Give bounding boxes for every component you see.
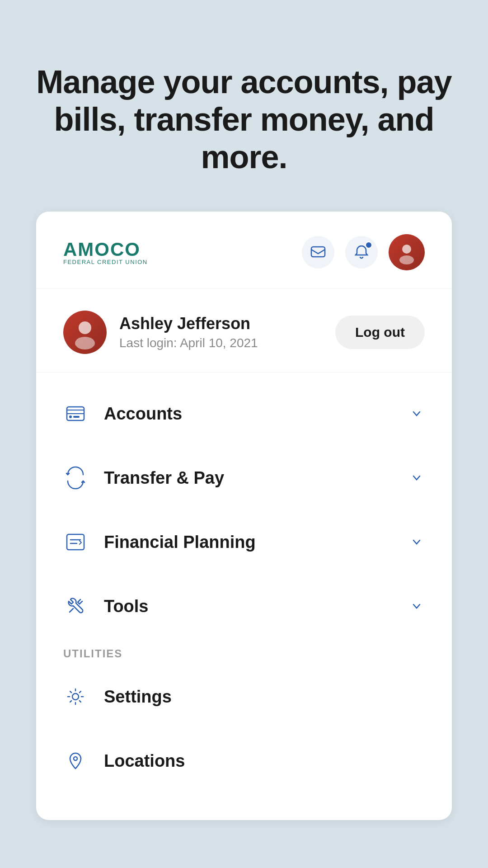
svg-rect-6 [67,410,84,414]
accounts-icon [63,401,88,426]
financial-planning-icon [63,530,88,554]
locations-icon [63,749,88,773]
accounts-label: Accounts [104,404,392,424]
svg-point-4 [75,337,95,349]
notification-button[interactable] [345,236,378,269]
nav-item-tools[interactable]: Tools [36,574,452,638]
message-button[interactable] [302,236,334,269]
svg-point-7 [69,415,72,418]
logout-button[interactable]: Log out [335,316,425,349]
logo-sub: FEDERAL CREDIT UNION [63,259,148,265]
nav-item-locations[interactable]: Locations [36,729,452,793]
locations-label: Locations [104,751,425,771]
message-icon [310,244,326,260]
svg-point-11 [74,757,77,760]
user-last-login: Last login: April 10, 2021 [119,336,258,350]
header-icons [302,234,425,270]
tools-chevron [408,598,425,614]
header-avatar [389,234,425,270]
svg-point-3 [79,321,91,334]
notification-dot [365,241,372,249]
tools-icon [63,594,88,618]
transfer-pay-label: Transfer & Pay [104,468,392,488]
svg-point-2 [399,255,414,264]
header-avatar-button[interactable] [389,234,425,270]
card-header: AMOCO FEDERAL CREDIT UNION [36,212,452,289]
hero-section: Manage your accounts, pay bills, transfe… [0,0,488,212]
user-row: Ashley Jefferson Last login: April 10, 2… [36,289,452,373]
user-info: Ashley Jefferson Last login: April 10, 2… [63,311,258,354]
user-avatar [63,311,107,354]
svg-rect-0 [311,247,325,257]
main-card: AMOCO FEDERAL CREDIT UNION [36,212,452,820]
svg-point-10 [72,693,79,700]
user-details: Ashley Jefferson Last login: April 10, 2… [119,314,258,350]
logo-main: AMOCO [63,240,148,259]
financial-planning-label: Financial Planning [104,533,392,552]
nav-section: Accounts Transfer & Pay [36,373,452,802]
nav-item-accounts[interactable]: Accounts [36,382,452,446]
logo: AMOCO FEDERAL CREDIT UNION [63,240,148,265]
user-name: Ashley Jefferson [119,314,258,333]
nav-item-transfer-pay[interactable]: Transfer & Pay [36,446,452,510]
settings-label: Settings [104,687,425,707]
tools-label: Tools [104,597,392,616]
svg-point-1 [402,245,411,254]
settings-icon [63,684,88,709]
svg-rect-8 [73,416,80,418]
nav-item-financial-planning[interactable]: Financial Planning [36,510,452,574]
utilities-label: UTILITIES [36,638,452,665]
nav-item-settings[interactable]: Settings [36,665,452,729]
accounts-chevron [408,406,425,422]
transfer-pay-chevron [408,470,425,486]
transfer-icon [63,466,88,490]
hero-title: Manage your accounts, pay bills, transfe… [36,63,452,175]
financial-planning-chevron [408,534,425,550]
